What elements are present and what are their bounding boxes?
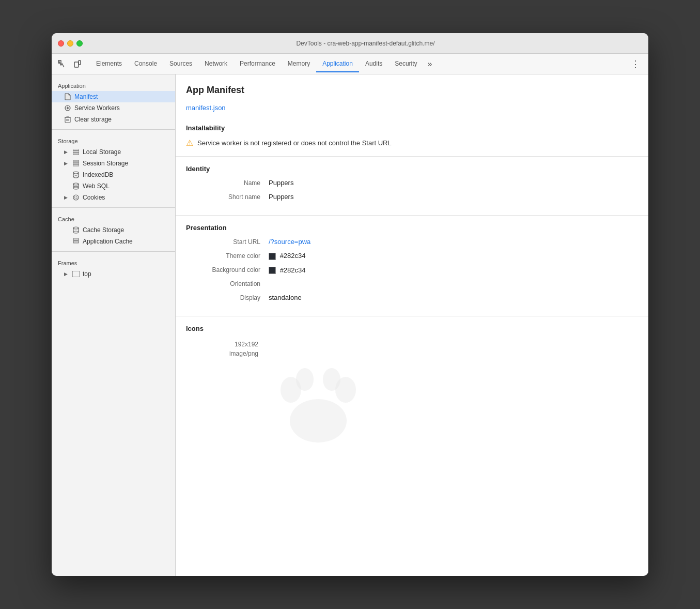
devtools-menu-button[interactable]: ⋮ xyxy=(627,58,644,70)
field-value-theme-color: #282c34 xyxy=(269,252,306,260)
svg-rect-15 xyxy=(73,151,79,153)
sidebar-item-cookies-label: Cookies xyxy=(83,194,105,201)
field-label-short-name: Short name xyxy=(186,193,269,201)
field-row-theme-color: Theme color #282c34 xyxy=(186,252,638,260)
sidebar-section-application: Application xyxy=(52,79,175,91)
warning-icon: ⚠ xyxy=(186,138,193,148)
field-row-name: Name Puppers xyxy=(186,179,638,187)
sidebar-item-application-cache[interactable]: ▶ Application Cache xyxy=(52,236,175,247)
web-sql-icon xyxy=(72,182,80,190)
bg-color-text: #282c34 xyxy=(280,266,306,274)
identity-section: Identity Name Puppers Short name Puppers xyxy=(176,157,648,216)
icons-title: Icons xyxy=(186,325,638,332)
tab-sources[interactable]: Sources xyxy=(163,56,198,72)
sidebar-item-clear-storage-label: Clear storage xyxy=(74,116,112,123)
start-url-link[interactable]: /?source=pwa xyxy=(269,238,310,246)
sidebar-item-indexeddb-label: IndexedDB xyxy=(83,171,113,178)
field-row-start-url: Start URL /?source=pwa xyxy=(186,238,638,246)
svg-point-28 xyxy=(76,197,77,199)
field-row-short-name: Short name Puppers xyxy=(186,193,638,201)
icon-size: 192x192 xyxy=(186,341,258,348)
sidebar-item-session-storage-label: Session Storage xyxy=(83,160,128,167)
sidebar-separator-1 xyxy=(52,129,175,130)
bg-color-swatch xyxy=(269,267,276,274)
tab-elements[interactable]: Elements xyxy=(90,56,128,72)
page-title: App Manifest xyxy=(176,74,648,100)
sidebar-item-web-sql-label: Web SQL xyxy=(83,182,110,190)
device-toolbar-icon[interactable] xyxy=(71,58,84,70)
svg-point-26 xyxy=(76,196,77,197)
sidebar-section-frames: Frames xyxy=(52,256,175,268)
sidebar-item-cache-storage-label: Cache Storage xyxy=(83,226,124,234)
sidebar-item-manifest-label: Manifest xyxy=(74,93,98,100)
cookies-icon xyxy=(72,194,80,201)
more-tabs-button[interactable]: » xyxy=(424,59,437,69)
sidebar-item-local-storage-label: Local Storage xyxy=(83,148,121,156)
svg-rect-14 xyxy=(73,149,79,150)
sidebar-separator-2 xyxy=(52,207,175,208)
svg-rect-2 xyxy=(79,60,81,65)
icons-section: Icons 192x192 image/png xyxy=(176,316,648,452)
tab-list: Elements Console Sources Network Perform… xyxy=(90,56,627,72)
theme-color-text: #282c34 xyxy=(280,252,306,260)
devtools-window: DevTools - cra-web-app-manifest-defaut.g… xyxy=(52,33,648,576)
manifest-icon xyxy=(64,93,71,100)
tab-network[interactable]: Network xyxy=(198,56,234,72)
field-label-orientation: Orientation xyxy=(186,280,269,287)
sidebar-item-top-label: top xyxy=(83,270,91,278)
sidebar-item-cache-storage[interactable]: ▶ Cache Storage xyxy=(52,224,175,236)
field-label-theme-color: Theme color xyxy=(186,252,269,260)
tab-console[interactable]: Console xyxy=(128,56,163,72)
svg-point-4 xyxy=(67,107,69,109)
installability-warning: ⚠ Service worker is not registered or do… xyxy=(186,138,638,148)
sidebar-item-clear-storage[interactable]: Clear storage xyxy=(52,114,175,125)
sidebar-item-local-storage[interactable]: ▶ Local Storage xyxy=(52,146,175,158)
sidebar-item-cookies[interactable]: ▶ Cookies xyxy=(52,192,175,203)
svg-point-23 xyxy=(73,187,79,189)
svg-rect-36 xyxy=(72,271,80,277)
installability-warning-text: Service worker is not registered or does… xyxy=(197,139,392,147)
field-label-bg-color: Background color xyxy=(186,266,269,273)
svg-point-24 xyxy=(73,195,79,200)
tab-audits[interactable]: Audits xyxy=(359,56,388,72)
sidebar-item-manifest[interactable]: Manifest xyxy=(52,91,175,102)
field-label-name: Name xyxy=(186,179,269,187)
svg-point-20 xyxy=(73,172,79,174)
sidebar-item-indexeddb[interactable]: ▶ IndexedDB xyxy=(52,169,175,180)
minimize-button[interactable] xyxy=(67,40,73,47)
field-value-start-url: /?source=pwa xyxy=(269,238,310,246)
close-button[interactable] xyxy=(58,40,64,47)
svg-point-25 xyxy=(74,196,75,197)
svg-point-30 xyxy=(73,227,79,229)
field-label-start-url: Start URL xyxy=(186,238,269,246)
svg-point-40 xyxy=(296,368,314,391)
svg-rect-18 xyxy=(73,162,79,164)
session-storage-icon xyxy=(72,160,80,167)
paw-icon xyxy=(267,341,370,444)
sidebar-section-cache: Cache xyxy=(52,212,175,224)
sidebar-item-session-storage[interactable]: ▶ Session Storage xyxy=(52,158,175,169)
local-storage-arrow: ▶ xyxy=(64,149,69,155)
theme-color-swatch xyxy=(269,253,276,260)
inspect-icon[interactable] xyxy=(56,58,68,70)
session-storage-arrow: ▶ xyxy=(64,161,69,166)
sidebar-item-service-workers-label: Service Workers xyxy=(74,104,120,112)
installability-title: Installability xyxy=(186,124,638,132)
svg-point-22 xyxy=(73,183,79,185)
manifest-json-link[interactable]: manifest.json xyxy=(176,100,648,116)
sidebar-item-top[interactable]: ▶ top xyxy=(52,268,175,280)
tab-memory[interactable]: Memory xyxy=(282,56,316,72)
tab-application[interactable]: Application xyxy=(316,56,359,72)
top-frame-icon xyxy=(72,270,80,278)
sidebar-section-storage: Storage xyxy=(52,134,175,146)
indexeddb-icon xyxy=(72,171,80,178)
svg-rect-17 xyxy=(73,160,79,162)
sidebar-item-web-sql[interactable]: ▶ Web SQL xyxy=(52,180,175,192)
svg-rect-19 xyxy=(73,164,79,166)
svg-point-41 xyxy=(323,368,340,391)
tab-security[interactable]: Security xyxy=(388,56,423,72)
field-row-display: Display standalone xyxy=(186,294,638,301)
maximize-button[interactable] xyxy=(76,40,83,47)
tab-performance[interactable]: Performance xyxy=(234,56,282,72)
sidebar-item-service-workers[interactable]: Service Workers xyxy=(52,102,175,114)
